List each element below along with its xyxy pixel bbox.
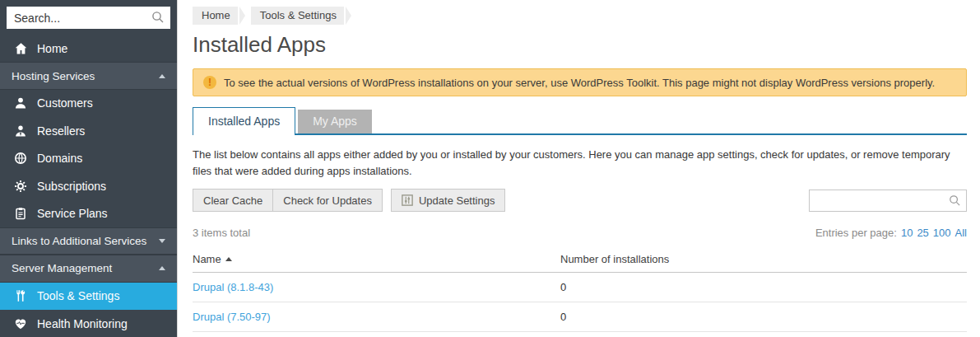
sidebar-item-resellers[interactable]: Resellers: [0, 117, 177, 144]
sidebar-item-label: Tools & Settings: [37, 289, 119, 302]
resellers-icon: [13, 124, 28, 138]
entries-per-page: Entries per page: 10 25 100 All: [815, 227, 967, 239]
app-link-drupal-7[interactable]: Drupal (7.50-97): [193, 311, 271, 323]
warning-banner: ! To see the actual versions of WordPres…: [193, 68, 967, 96]
sidebar-search-container: [0, 0, 177, 35]
breadcrumb-home[interactable]: Home: [193, 7, 238, 25]
table-row: Drupal (7.50-97) 0: [193, 302, 967, 332]
tab-installed-apps[interactable]: Installed Apps: [193, 107, 295, 135]
sidebar-item-label: Home: [37, 42, 67, 55]
sidebar-section-label: Links to Additional Services: [12, 235, 146, 247]
home-icon: [13, 42, 28, 55]
sidebar: Home Hosting Services Customers Reseller…: [0, 0, 177, 337]
page-title: Installed Apps: [193, 32, 967, 58]
service-plans-icon: [13, 207, 28, 220]
breadcrumb: Home Tools & Settings: [193, 7, 967, 25]
page-description: The list below contains all apps either …: [193, 147, 967, 180]
sidebar-search-input[interactable]: [7, 7, 170, 29]
installed-apps-table: Name Number of installations Drupal (8.1…: [193, 248, 967, 337]
app-link-drupal-8[interactable]: Drupal (8.1.8-43): [193, 281, 273, 293]
entries-per-page-label: Entries per page:: [815, 227, 897, 239]
sidebar-item-label: Health Monitoring: [37, 317, 128, 330]
items-total: 3 items total: [193, 227, 250, 239]
tab-my-apps[interactable]: My Apps: [298, 110, 372, 133]
column-header-name: Name: [193, 248, 560, 273]
sidebar-section-label: Server Management: [12, 262, 112, 274]
sidebar-item-label: Domains: [37, 152, 82, 165]
chevron-down-icon: [159, 239, 165, 243]
breadcrumb-tools-settings[interactable]: Tools & Settings: [251, 7, 344, 25]
main-content: Home Tools & Settings Installed Apps ! T…: [177, 0, 980, 337]
sidebar-item-label: Subscriptions: [37, 180, 106, 193]
customers-icon: [13, 96, 28, 110]
breadcrumb-separator-icon: [346, 7, 351, 25]
sidebar-item-service-plans[interactable]: Service Plans: [0, 199, 177, 227]
sidebar-item-domains[interactable]: Domains: [0, 145, 177, 172]
list-search-input[interactable]: [809, 190, 967, 212]
sidebar-item-tools-settings[interactable]: Tools & Settings: [0, 283, 177, 310]
sliders-icon: [402, 194, 413, 206]
sidebar-section-server-management[interactable]: Server Management: [0, 255, 177, 282]
exclamation-circle-icon: !: [203, 76, 216, 89]
tools-settings-icon: [13, 289, 28, 302]
toolbar: Clear Cache Check for Updates Update Set…: [193, 189, 967, 212]
sidebar-item-home[interactable]: Home: [0, 35, 177, 62]
sidebar-section-label: Hosting Services: [12, 70, 95, 82]
button-group: Clear Cache Check for Updates: [193, 189, 383, 212]
sidebar-section-hosting-services[interactable]: Hosting Services: [0, 62, 177, 89]
entries-option-25[interactable]: 25: [917, 227, 928, 239]
table-row: WordPress (4.6-233) 1: [193, 332, 967, 337]
sort-by-name[interactable]: Name: [193, 253, 232, 265]
list-summary-row: 3 items total Entries per page: 10 25 10…: [193, 227, 967, 239]
chevron-up-icon: [159, 74, 165, 78]
list-search-container: [809, 190, 967, 212]
column-header-installations: Number of installations: [560, 248, 967, 273]
health-monitoring-icon: [13, 317, 28, 330]
subscriptions-icon: [13, 180, 28, 193]
sidebar-item-label: Resellers: [37, 124, 85, 138]
table-header-row: Name Number of installations: [193, 248, 967, 273]
domains-icon: [13, 152, 28, 165]
sidebar-item-customers[interactable]: Customers: [0, 90, 177, 117]
update-settings-label: Update Settings: [419, 194, 495, 207]
entries-option-10[interactable]: 10: [901, 227, 913, 239]
installation-count: 0: [560, 311, 566, 323]
clear-cache-button[interactable]: Clear Cache: [193, 189, 273, 212]
tab-bar: Installed Apps My Apps: [193, 107, 967, 135]
entries-option-100[interactable]: 100: [933, 227, 951, 239]
installation-count: 0: [560, 281, 566, 293]
sidebar-item-health-monitoring[interactable]: Health Monitoring: [0, 310, 177, 337]
sidebar-section-links-additional-services[interactable]: Links to Additional Services: [0, 227, 177, 255]
warning-text: To see the actual versions of WordPress …: [224, 77, 935, 89]
update-settings-button[interactable]: Update Settings: [391, 189, 506, 212]
breadcrumb-separator-icon: [239, 7, 245, 25]
table-row: Drupal (8.1.8-43) 0: [193, 273, 967, 302]
check-for-updates-button[interactable]: Check for Updates: [272, 189, 383, 212]
search-icon[interactable]: [151, 11, 165, 26]
chevron-up-icon: [159, 266, 165, 270]
entries-option-all[interactable]: All: [955, 227, 967, 239]
sort-ascending-icon: [225, 257, 232, 261]
search-icon[interactable]: [949, 194, 961, 209]
column-name-label: Name: [193, 253, 221, 265]
sidebar-item-subscriptions[interactable]: Subscriptions: [0, 172, 177, 199]
sidebar-item-label: Service Plans: [37, 207, 108, 220]
sidebar-item-label: Customers: [37, 96, 93, 110]
